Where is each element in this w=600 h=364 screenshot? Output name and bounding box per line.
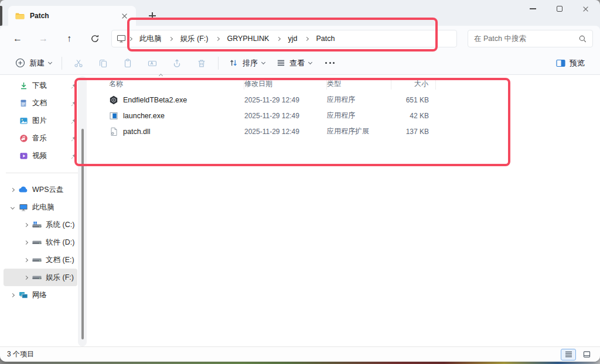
toolbar-divider [218, 57, 219, 70]
column-header-date[interactable]: 修改日期 [244, 78, 327, 90]
sidebar-tree: WPS云盘 此电脑 系统 (C:) [0, 181, 89, 304]
copy-button[interactable] [91, 54, 115, 73]
minimize-button[interactable] [520, 0, 546, 18]
file-row-patch-dll[interactable]: patch.dll 2025-11-29 12:49 应用程序扩展 137 KB [91, 123, 600, 139]
collapse-chevron-icon[interactable] [8, 206, 16, 209]
sidebar-item-drive-e[interactable]: 文档 (E:) [4, 251, 77, 269]
chevron-down-icon [261, 60, 265, 64]
sidebar-item-wps-cloud[interactable]: WPS云盘 [4, 181, 77, 198]
file-row-endfieldtbeta2[interactable]: EndfieldTBeta2.exe 2025-11-29 12:49 应用程序… [91, 92, 600, 108]
paste-button[interactable] [115, 54, 140, 73]
sidebar-item-drive-f[interactable]: 娱乐 (F:) [4, 269, 77, 286]
expand-chevron-icon[interactable] [22, 224, 30, 226]
breadcrumb-drive-f[interactable]: 娱乐 (F:) [175, 32, 214, 46]
address-bar[interactable]: 此电脑 娱乐 (F:) GRYPHLINK yjd Patch [111, 30, 457, 47]
tab-patch[interactable]: Patch [8, 6, 136, 26]
sidebar-item-documents[interactable]: 文档 [4, 94, 77, 112]
view-button[interactable]: 查看 [271, 54, 318, 73]
search-input[interactable] [474, 35, 575, 43]
sidebar-scrollbar[interactable] [78, 76, 87, 346]
refresh-icon [90, 34, 100, 43]
this-pc-icon [117, 34, 126, 43]
network-icon [19, 291, 28, 299]
breadcrumb-patch[interactable]: Patch [311, 33, 340, 44]
item-count: 3 个项目 [7, 349, 34, 359]
sidebar-item-drive-d[interactable]: 软件 (D:) [4, 233, 77, 251]
chevron-down-icon [48, 60, 52, 64]
maximize-icon [557, 6, 562, 12]
breadcrumb-gryphlink[interactable]: GRYPHLINK [221, 33, 274, 44]
up-button[interactable]: ↑ [56, 29, 82, 48]
pin-icon [71, 83, 77, 89]
paste-icon [123, 59, 132, 68]
details-view-button[interactable] [561, 349, 576, 360]
sidebar: 下载 文档 [0, 75, 89, 346]
refresh-button[interactable] [82, 29, 108, 48]
file-row-launcher[interactable]: launcher.exe 2025-11-29 12:49 应用程序 42 KB [91, 108, 600, 123]
pin-icon [71, 118, 77, 124]
forward-button[interactable]: → [30, 29, 56, 48]
new-tab-button[interactable] [145, 9, 159, 22]
videos-icon [19, 152, 28, 160]
breadcrumb-chevron[interactable] [213, 37, 221, 40]
thumbnail-view-icon [583, 351, 591, 358]
copy-icon [98, 59, 108, 68]
exe-application-icon [109, 95, 118, 105]
delete-button[interactable] [189, 54, 214, 73]
maximize-button[interactable] [546, 0, 572, 18]
quick-access-list: 下载 文档 [0, 75, 89, 164]
share-button[interactable] [165, 54, 189, 73]
pin-icon [71, 100, 77, 107]
chevron-down-icon [308, 60, 312, 64]
cloud-icon [19, 186, 28, 193]
expand-chevron-icon[interactable] [8, 188, 16, 191]
sidebar-item-drive-c[interactable]: 系统 (C:) [4, 216, 77, 233]
scrollbar-thumb[interactable] [81, 129, 84, 339]
breadcrumb-chevron[interactable] [167, 37, 175, 40]
tab-close-button[interactable] [118, 10, 130, 22]
background-window-edge [0, 6, 2, 26]
command-toolbar: 新建 排序 查看 [0, 51, 600, 75]
back-button[interactable]: ← [5, 29, 30, 48]
file-list-pane: 名称 修改日期 类型 大小 EndfieldTBeta2.exe 2025-11… [91, 75, 600, 346]
sidebar-item-pictures[interactable]: 图片 [4, 112, 77, 129]
drive-icon [32, 257, 42, 263]
cut-icon [74, 59, 83, 68]
search-box[interactable] [468, 30, 593, 47]
sidebar-item-videos[interactable]: 视频 [4, 147, 77, 164]
breadcrumb-chevron[interactable] [126, 37, 134, 40]
new-button[interactable]: 新建 [9, 54, 57, 73]
breadcrumb-this-pc[interactable]: 此电脑 [134, 32, 167, 46]
pc-monitor-icon [19, 203, 28, 212]
breadcrumb-chevron[interactable] [302, 37, 311, 40]
pictures-icon [19, 116, 28, 125]
large-icons-view-button[interactable] [579, 349, 594, 360]
column-header-size[interactable]: 大小 [391, 78, 436, 90]
sidebar-item-downloads[interactable]: 下载 [4, 77, 77, 94]
preview-button[interactable]: 预览 [550, 54, 591, 73]
expand-chevron-icon[interactable] [22, 241, 30, 244]
view-icon [277, 59, 285, 67]
ellipsis-icon [325, 62, 335, 64]
breadcrumb-yjd[interactable]: yjd [282, 33, 302, 44]
trash-icon [197, 59, 206, 68]
column-header-type[interactable]: 类型 [327, 78, 391, 90]
main-area: 下载 文档 [0, 75, 600, 346]
sidebar-item-music[interactable]: 音乐 [4, 129, 77, 147]
breadcrumb-chevron[interactable] [274, 37, 282, 40]
drive-icon [32, 274, 42, 281]
more-options-button[interactable] [318, 54, 342, 73]
toolbar-divider [62, 57, 62, 70]
navigation-band: ← → ↑ 此电脑 娱乐 (F:) GRYPHLINK yjd Patch [0, 26, 600, 51]
expand-chevron-icon[interactable] [8, 294, 16, 297]
sidebar-item-this-pc[interactable]: 此电脑 [4, 198, 77, 216]
sidebar-item-network[interactable]: 网络 [4, 286, 77, 304]
close-window-button[interactable] [572, 0, 599, 18]
cut-button[interactable] [66, 54, 91, 73]
rename-button[interactable] [140, 54, 165, 73]
column-header-name[interactable]: 名称 [109, 78, 244, 90]
sort-button[interactable]: 排序 [223, 54, 271, 73]
pin-icon [71, 153, 77, 159]
expand-chevron-icon[interactable] [22, 259, 30, 262]
expand-chevron-icon[interactable] [22, 276, 30, 279]
